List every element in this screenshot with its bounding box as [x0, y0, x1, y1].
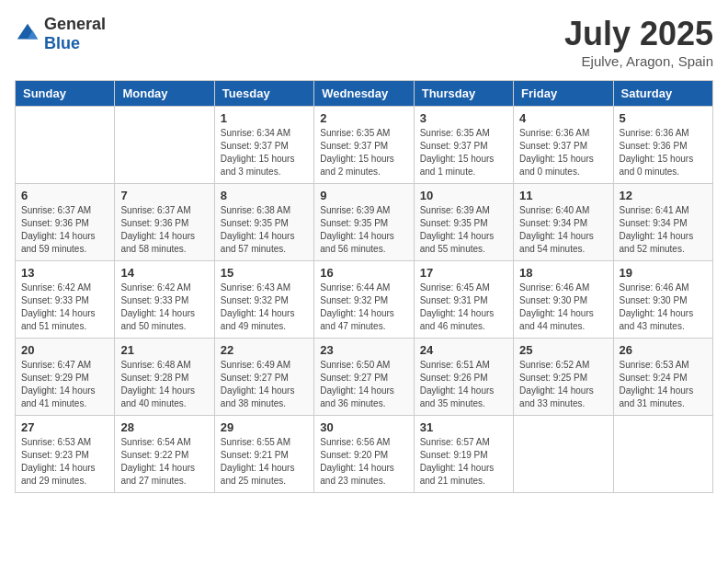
calendar-cell: 3Sunrise: 6:35 AM Sunset: 9:37 PM Daylig…: [414, 107, 513, 184]
location-subtitle: Ejulve, Aragon, Spain: [564, 53, 713, 69]
header-sunday: Sunday: [16, 81, 115, 107]
calendar-cell: 12Sunrise: 6:41 AM Sunset: 9:34 PM Dayli…: [613, 184, 712, 261]
cell-content: Sunrise: 6:40 AM Sunset: 9:34 PM Dayligh…: [519, 204, 607, 256]
calendar-cell: 21Sunrise: 6:48 AM Sunset: 9:28 PM Dayli…: [115, 339, 214, 416]
calendar-week-2: 6Sunrise: 6:37 AM Sunset: 9:36 PM Daylig…: [16, 184, 713, 261]
calendar-cell: 31Sunrise: 6:57 AM Sunset: 9:19 PM Dayli…: [414, 416, 513, 493]
title-block: July 2025 Ejulve, Aragon, Spain: [564, 15, 713, 69]
day-number: 24: [420, 343, 507, 357]
cell-content: Sunrise: 6:34 AM Sunset: 9:37 PM Dayligh…: [221, 127, 308, 178]
cell-content: Sunrise: 6:49 AM Sunset: 9:27 PM Dayligh…: [221, 359, 308, 410]
cell-content: Sunrise: 6:44 AM Sunset: 9:32 PM Dayligh…: [320, 282, 407, 333]
day-number: 9: [320, 189, 407, 202]
header-thursday: Thursday: [414, 81, 513, 107]
cell-content: Sunrise: 6:43 AM Sunset: 9:32 PM Dayligh…: [221, 282, 308, 333]
day-number: 23: [320, 343, 407, 357]
calendar-cell: 15Sunrise: 6:43 AM Sunset: 9:32 PM Dayli…: [214, 261, 313, 339]
day-number: 15: [221, 266, 308, 280]
calendar-body: 1Sunrise: 6:34 AM Sunset: 9:37 PM Daylig…: [16, 107, 713, 493]
calendar-cell: 18Sunrise: 6:46 AM Sunset: 9:30 PM Dayli…: [514, 261, 613, 339]
logo-blue: Blue: [44, 34, 80, 52]
calendar-cell: 20Sunrise: 6:47 AM Sunset: 9:29 PM Dayli…: [16, 339, 115, 416]
day-number: 20: [21, 343, 108, 357]
calendar-week-3: 13Sunrise: 6:42 AM Sunset: 9:33 PM Dayli…: [16, 261, 713, 339]
calendar-cell: 8Sunrise: 6:38 AM Sunset: 9:35 PM Daylig…: [214, 184, 313, 261]
cell-content: Sunrise: 6:42 AM Sunset: 9:33 PM Dayligh…: [120, 282, 208, 333]
day-number: 5: [620, 111, 707, 125]
month-title: July 2025: [564, 15, 713, 53]
calendar-header-row: SundayMondayTuesdayWednesdayThursdayFrid…: [16, 81, 713, 107]
calendar-cell: 5Sunrise: 6:36 AM Sunset: 9:36 PM Daylig…: [613, 107, 712, 184]
day-number: 16: [320, 266, 407, 280]
day-number: 6: [21, 189, 108, 202]
cell-content: Sunrise: 6:41 AM Sunset: 9:34 PM Dayligh…: [620, 204, 707, 256]
calendar-week-5: 27Sunrise: 6:53 AM Sunset: 9:23 PM Dayli…: [16, 416, 713, 493]
cell-content: Sunrise: 6:55 AM Sunset: 9:21 PM Dayligh…: [221, 436, 308, 488]
page-header: General Blue July 2025 Ejulve, Aragon, S…: [15, 15, 713, 69]
day-number: 17: [420, 266, 507, 280]
cell-content: Sunrise: 6:47 AM Sunset: 9:29 PM Dayligh…: [21, 359, 108, 410]
calendar-cell: 24Sunrise: 6:51 AM Sunset: 9:26 PM Dayli…: [414, 339, 513, 416]
day-number: 1: [221, 111, 308, 125]
calendar-cell: 25Sunrise: 6:52 AM Sunset: 9:25 PM Dayli…: [514, 339, 613, 416]
calendar-cell: 14Sunrise: 6:42 AM Sunset: 9:33 PM Dayli…: [115, 261, 214, 339]
cell-content: Sunrise: 6:36 AM Sunset: 9:36 PM Dayligh…: [620, 127, 707, 178]
day-number: 12: [620, 189, 707, 202]
calendar-table: SundayMondayTuesdayWednesdayThursdayFrid…: [15, 80, 713, 493]
calendar-cell: 29Sunrise: 6:55 AM Sunset: 9:21 PM Dayli…: [214, 416, 313, 493]
calendar-cell: 22Sunrise: 6:49 AM Sunset: 9:27 PM Dayli…: [214, 339, 313, 416]
cell-content: Sunrise: 6:35 AM Sunset: 9:37 PM Dayligh…: [420, 127, 507, 178]
day-number: 22: [221, 343, 308, 357]
calendar-cell: 23Sunrise: 6:50 AM Sunset: 9:27 PM Dayli…: [314, 339, 414, 416]
cell-content: Sunrise: 6:45 AM Sunset: 9:31 PM Dayligh…: [420, 282, 507, 333]
calendar-cell: 4Sunrise: 6:36 AM Sunset: 9:37 PM Daylig…: [514, 107, 613, 184]
logo-general: General: [44, 15, 106, 33]
header-saturday: Saturday: [613, 81, 712, 107]
calendar-cell: 10Sunrise: 6:39 AM Sunset: 9:35 PM Dayli…: [414, 184, 513, 261]
day-number: 8: [221, 189, 308, 202]
calendar-cell: 16Sunrise: 6:44 AM Sunset: 9:32 PM Dayli…: [314, 261, 414, 339]
cell-content: Sunrise: 6:51 AM Sunset: 9:26 PM Dayligh…: [420, 359, 507, 410]
cell-content: Sunrise: 6:46 AM Sunset: 9:30 PM Dayligh…: [620, 282, 707, 333]
cell-content: Sunrise: 6:53 AM Sunset: 9:24 PM Dayligh…: [620, 359, 707, 410]
day-number: 4: [519, 111, 607, 125]
calendar-cell: 13Sunrise: 6:42 AM Sunset: 9:33 PM Dayli…: [16, 261, 115, 339]
calendar-week-1: 1Sunrise: 6:34 AM Sunset: 9:37 PM Daylig…: [16, 107, 713, 184]
day-number: 31: [420, 420, 507, 434]
day-number: 25: [519, 343, 607, 357]
logo-icon: [15, 21, 40, 47]
cell-content: Sunrise: 6:35 AM Sunset: 9:37 PM Dayligh…: [320, 127, 407, 178]
header-wednesday: Wednesday: [314, 81, 414, 107]
day-number: 2: [320, 111, 407, 125]
calendar-cell: 2Sunrise: 6:35 AM Sunset: 9:37 PM Daylig…: [314, 107, 414, 184]
cell-content: Sunrise: 6:57 AM Sunset: 9:19 PM Dayligh…: [420, 436, 507, 488]
cell-content: Sunrise: 6:56 AM Sunset: 9:20 PM Dayligh…: [320, 436, 407, 488]
day-number: 18: [519, 266, 607, 280]
cell-content: Sunrise: 6:48 AM Sunset: 9:28 PM Dayligh…: [120, 359, 208, 410]
calendar-week-4: 20Sunrise: 6:47 AM Sunset: 9:29 PM Dayli…: [16, 339, 713, 416]
cell-content: Sunrise: 6:36 AM Sunset: 9:37 PM Dayligh…: [519, 127, 607, 178]
day-number: 14: [120, 266, 208, 280]
day-number: 28: [120, 420, 208, 434]
cell-content: Sunrise: 6:46 AM Sunset: 9:30 PM Dayligh…: [519, 282, 607, 333]
day-number: 11: [519, 189, 607, 202]
calendar-cell: 19Sunrise: 6:46 AM Sunset: 9:30 PM Dayli…: [613, 261, 712, 339]
day-number: 21: [120, 343, 208, 357]
header-tuesday: Tuesday: [214, 81, 313, 107]
cell-content: Sunrise: 6:37 AM Sunset: 9:36 PM Dayligh…: [21, 204, 108, 256]
calendar-cell: 7Sunrise: 6:37 AM Sunset: 9:36 PM Daylig…: [115, 184, 214, 261]
cell-content: Sunrise: 6:50 AM Sunset: 9:27 PM Dayligh…: [320, 359, 407, 410]
calendar-cell: 6Sunrise: 6:37 AM Sunset: 9:36 PM Daylig…: [16, 184, 115, 261]
calendar-cell: 17Sunrise: 6:45 AM Sunset: 9:31 PM Dayli…: [414, 261, 513, 339]
calendar-cell: 11Sunrise: 6:40 AM Sunset: 9:34 PM Dayli…: [514, 184, 613, 261]
day-number: 3: [420, 111, 507, 125]
calendar-cell: 28Sunrise: 6:54 AM Sunset: 9:22 PM Dayli…: [115, 416, 214, 493]
calendar-cell: [115, 107, 214, 184]
cell-content: Sunrise: 6:53 AM Sunset: 9:23 PM Dayligh…: [21, 436, 108, 488]
calendar-cell: [16, 107, 115, 184]
cell-content: Sunrise: 6:39 AM Sunset: 9:35 PM Dayligh…: [320, 204, 407, 256]
cell-content: Sunrise: 6:38 AM Sunset: 9:35 PM Dayligh…: [221, 204, 308, 256]
calendar-cell: 30Sunrise: 6:56 AM Sunset: 9:20 PM Dayli…: [314, 416, 414, 493]
calendar-cell: [613, 416, 712, 493]
calendar-cell: 1Sunrise: 6:34 AM Sunset: 9:37 PM Daylig…: [214, 107, 313, 184]
